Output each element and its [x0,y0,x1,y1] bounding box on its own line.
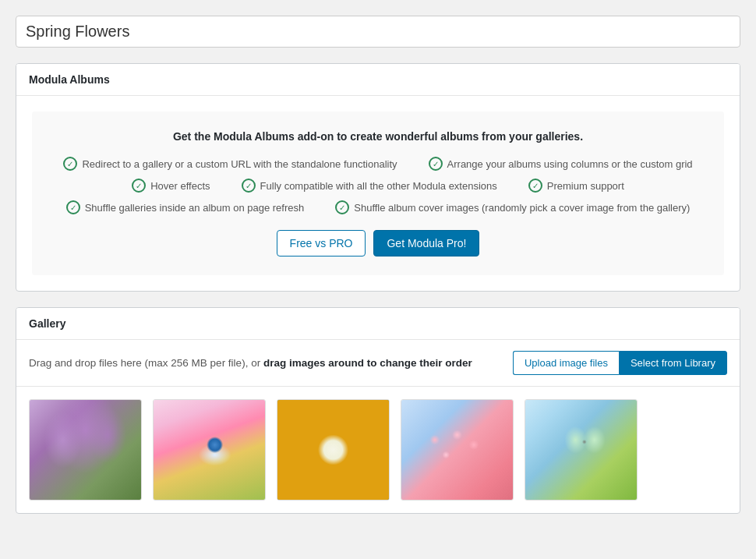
feature-item: ✓ Fully compatible with all the other Mo… [242,179,497,193]
features-row-1: ✓ Redirect to a gallery or a custom URL … [48,157,708,171]
feature-label: Premium support [547,180,624,192]
free-vs-pro-button[interactable]: Free vs PRO [277,230,366,257]
check-icon: ✓ [66,200,80,214]
feature-label: Arrange your albums using columns or the… [447,158,693,170]
feature-item: ✓ Shuffle galleries inside an album on p… [66,200,305,214]
feature-item: ✓ Premium support [528,179,624,193]
features-row-2: ✓ Hover effects ✓ Fully compatible with … [48,179,708,193]
feature-label: Shuffle galleries inside an album on pag… [85,202,305,214]
feature-label: Hover effects [150,180,210,192]
feature-item: ✓ Redirect to a gallery or a custom URL … [63,157,397,171]
get-modula-pro-button[interactable]: Get Modula Pro! [373,230,479,257]
select-from-library-button[interactable]: Select from Library [619,351,727,375]
feature-item: ✓ Shuffle album cover images (randomly p… [335,200,690,214]
gallery-drop-text: Drag and drop files here (max 256 MB per… [29,357,472,369]
check-icon: ✓ [63,157,77,171]
gallery-title-input[interactable] [16,16,740,48]
feature-item: ✓ Arrange your albums using columns or t… [429,157,693,171]
page-container: Modula Albums Get the Modula Albums add-… [16,16,740,514]
check-icon: ✓ [429,157,443,171]
gallery-item[interactable] [525,399,638,501]
gallery-card: Gallery Drag and drop files here (max 25… [16,307,740,514]
modula-promo-title: Get the Modula Albums add-on to create w… [48,130,708,143]
features-row-3: ✓ Shuffle galleries inside an album on p… [48,200,708,214]
gallery-image-cherry [401,400,513,500]
gallery-images-grid [16,387,740,513]
modula-albums-body: Get the Modula Albums add-on to create w… [16,96,740,291]
modula-promo-box: Get the Modula Albums add-on to create w… [32,111,724,275]
drop-text-plain: Drag and drop files here (max 256 MB per… [29,357,263,369]
promo-buttons: Free vs PRO Get Modula Pro! [48,230,708,257]
feature-label: Fully compatible with all the other Modu… [260,180,497,192]
check-icon: ✓ [132,179,146,193]
gallery-toolbar: Drag and drop files here (max 256 MB per… [16,340,740,387]
upload-image-files-button[interactable]: Upload image files [513,351,619,375]
modula-albums-header: Modula Albums [16,64,740,96]
feature-label: Redirect to a gallery or a custom URL wi… [82,158,397,170]
drop-text-bold: drag images around to change their order [263,357,472,369]
check-icon: ✓ [335,200,349,214]
gallery-item[interactable] [29,399,142,501]
feature-label: Shuffle album cover images (randomly pic… [354,202,690,214]
feature-item: ✓ Hover effects [132,179,210,193]
gallery-image-bird [154,400,265,500]
gallery-item[interactable] [153,399,266,501]
gallery-image-daisy [277,400,389,500]
gallery-header: Gallery [16,308,740,340]
gallery-actions: Upload image files Select from Library [513,351,727,375]
gallery-image-butterfly [525,400,637,500]
gallery-item[interactable] [401,399,514,501]
check-icon: ✓ [528,179,542,193]
gallery-image-wisteria [30,400,141,500]
modula-albums-card: Modula Albums Get the Modula Albums add-… [16,63,740,292]
check-icon: ✓ [242,179,256,193]
features-grid: ✓ Redirect to a gallery or a custom URL … [48,157,708,214]
gallery-item[interactable] [277,399,390,501]
